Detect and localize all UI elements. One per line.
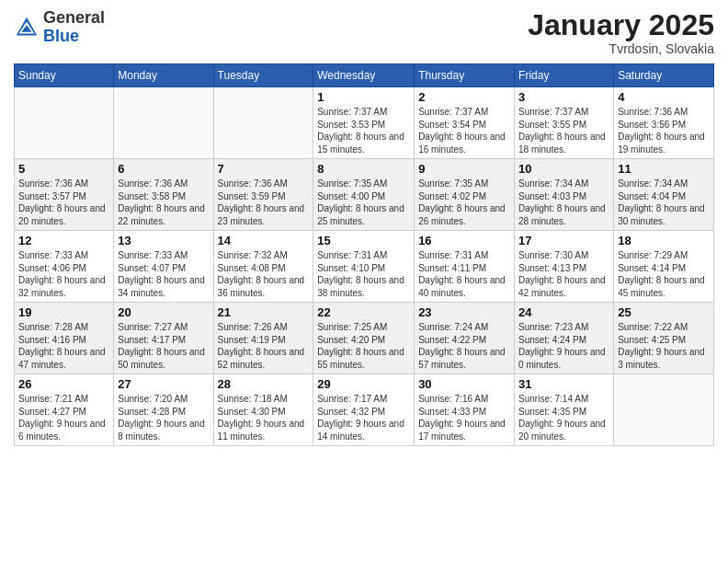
calendar-week-row: 12Sunrise: 7:33 AM Sunset: 4:06 PM Dayli… <box>15 231 714 303</box>
day-info: Sunrise: 7:32 AM Sunset: 4:08 PM Dayligh… <box>218 249 310 299</box>
table-row <box>114 87 213 159</box>
day-number: 27 <box>118 377 209 391</box>
day-number: 31 <box>518 377 609 391</box>
day-info: Sunrise: 7:23 AM Sunset: 4:24 PM Dayligh… <box>518 321 609 371</box>
logo: General Blue <box>14 9 105 46</box>
table-row: 7Sunrise: 7:36 AM Sunset: 3:59 PM Daylig… <box>213 159 313 231</box>
table-row: 1Sunrise: 7:37 AM Sunset: 3:53 PM Daylig… <box>313 87 415 159</box>
table-row: 2Sunrise: 7:37 AM Sunset: 3:54 PM Daylig… <box>415 87 515 159</box>
table-row <box>614 374 714 446</box>
logo-general: General <box>43 8 105 27</box>
table-row: 12Sunrise: 7:33 AM Sunset: 4:06 PM Dayli… <box>15 231 114 303</box>
table-row: 9Sunrise: 7:35 AM Sunset: 4:02 PM Daylig… <box>415 159 515 231</box>
day-info: Sunrise: 7:33 AM Sunset: 4:07 PM Dayligh… <box>118 249 209 299</box>
day-number: 15 <box>317 234 410 247</box>
day-info: Sunrise: 7:36 AM Sunset: 3:56 PM Dayligh… <box>618 106 710 155</box>
header-monday: Monday <box>114 64 213 87</box>
day-number: 9 <box>418 162 510 176</box>
table-row: 5Sunrise: 7:36 AM Sunset: 3:57 PM Daylig… <box>15 159 114 231</box>
day-number: 3 <box>518 90 609 104</box>
table-row: 23Sunrise: 7:24 AM Sunset: 4:22 PM Dayli… <box>415 303 515 374</box>
day-number: 20 <box>118 305 209 319</box>
table-row: 15Sunrise: 7:31 AM Sunset: 4:10 PM Dayli… <box>313 231 415 303</box>
table-row: 11Sunrise: 7:34 AM Sunset: 4:04 PM Dayli… <box>614 159 714 231</box>
table-row: 8Sunrise: 7:35 AM Sunset: 4:00 PM Daylig… <box>313 159 415 231</box>
table-row: 19Sunrise: 7:28 AM Sunset: 4:16 PM Dayli… <box>15 303 114 374</box>
day-number: 17 <box>518 234 609 247</box>
table-row: 31Sunrise: 7:14 AM Sunset: 4:35 PM Dayli… <box>515 374 614 446</box>
day-info: Sunrise: 7:31 AM Sunset: 4:11 PM Dayligh… <box>418 249 510 299</box>
header-sunday: Sunday <box>15 64 114 87</box>
logo-icon <box>14 15 40 40</box>
table-row <box>213 87 313 159</box>
day-info: Sunrise: 7:37 AM Sunset: 3:54 PM Dayligh… <box>418 106 510 155</box>
day-info: Sunrise: 7:22 AM Sunset: 4:25 PM Dayligh… <box>618 321 710 371</box>
day-number: 30 <box>418 377 510 391</box>
day-info: Sunrise: 7:36 AM Sunset: 3:59 PM Dayligh… <box>218 178 310 227</box>
weekday-header-row: Sunday Monday Tuesday Wednesday Thursday… <box>15 64 714 87</box>
day-info: Sunrise: 7:30 AM Sunset: 4:13 PM Dayligh… <box>518 249 609 299</box>
day-info: Sunrise: 7:17 AM Sunset: 4:32 PM Dayligh… <box>317 393 410 442</box>
calendar-week-row: 19Sunrise: 7:28 AM Sunset: 4:16 PM Dayli… <box>15 303 714 374</box>
day-info: Sunrise: 7:16 AM Sunset: 4:33 PM Dayligh… <box>418 393 510 442</box>
day-number: 29 <box>317 377 410 391</box>
day-info: Sunrise: 7:36 AM Sunset: 3:58 PM Dayligh… <box>118 178 209 227</box>
page: General Blue January 2025 Tvrdosin, Slov… <box>0 0 728 563</box>
table-row: 29Sunrise: 7:17 AM Sunset: 4:32 PM Dayli… <box>313 374 415 446</box>
day-info: Sunrise: 7:35 AM Sunset: 4:00 PM Dayligh… <box>317 178 410 227</box>
header-friday: Friday <box>515 64 614 87</box>
title-section: January 2025 Tvrdosin, Slovakia <box>528 9 714 56</box>
day-info: Sunrise: 7:27 AM Sunset: 4:17 PM Dayligh… <box>118 321 209 371</box>
day-number: 22 <box>317 305 410 319</box>
day-number: 18 <box>618 234 710 247</box>
header-wednesday: Wednesday <box>313 64 415 87</box>
day-number: 19 <box>18 305 109 319</box>
day-info: Sunrise: 7:34 AM Sunset: 4:03 PM Dayligh… <box>518 178 609 227</box>
day-info: Sunrise: 7:35 AM Sunset: 4:02 PM Dayligh… <box>418 178 510 227</box>
day-number: 23 <box>418 305 510 319</box>
table-row: 25Sunrise: 7:22 AM Sunset: 4:25 PM Dayli… <box>614 303 714 374</box>
day-info: Sunrise: 7:37 AM Sunset: 3:53 PM Dayligh… <box>317 106 410 155</box>
day-number: 5 <box>18 162 109 176</box>
table-row: 6Sunrise: 7:36 AM Sunset: 3:58 PM Daylig… <box>114 159 213 231</box>
table-row <box>15 87 114 159</box>
day-number: 14 <box>218 234 310 247</box>
day-number: 1 <box>317 90 410 104</box>
day-number: 6 <box>118 162 209 176</box>
day-info: Sunrise: 7:26 AM Sunset: 4:19 PM Dayligh… <box>218 321 310 371</box>
logo-blue: Blue <box>43 27 79 45</box>
day-info: Sunrise: 7:37 AM Sunset: 3:55 PM Dayligh… <box>518 106 609 155</box>
table-row: 18Sunrise: 7:29 AM Sunset: 4:14 PM Dayli… <box>614 231 714 303</box>
month-title: January 2025 <box>528 9 714 41</box>
day-number: 16 <box>418 234 510 247</box>
day-number: 11 <box>618 162 710 176</box>
table-row: 21Sunrise: 7:26 AM Sunset: 4:19 PM Dayli… <box>213 303 313 374</box>
day-number: 28 <box>218 377 310 391</box>
table-row: 22Sunrise: 7:25 AM Sunset: 4:20 PM Dayli… <box>313 303 415 374</box>
calendar-week-row: 26Sunrise: 7:21 AM Sunset: 4:27 PM Dayli… <box>15 374 714 446</box>
day-info: Sunrise: 7:20 AM Sunset: 4:28 PM Dayligh… <box>118 393 209 442</box>
day-number: 10 <box>518 162 609 176</box>
day-number: 25 <box>618 305 710 319</box>
calendar: Sunday Monday Tuesday Wednesday Thursday… <box>14 63 714 446</box>
table-row: 28Sunrise: 7:18 AM Sunset: 4:30 PM Dayli… <box>213 374 313 446</box>
day-number: 4 <box>618 90 710 104</box>
table-row: 26Sunrise: 7:21 AM Sunset: 4:27 PM Dayli… <box>15 374 114 446</box>
table-row: 24Sunrise: 7:23 AM Sunset: 4:24 PM Dayli… <box>515 303 614 374</box>
day-info: Sunrise: 7:18 AM Sunset: 4:30 PM Dayligh… <box>218 393 310 442</box>
table-row: 30Sunrise: 7:16 AM Sunset: 4:33 PM Dayli… <box>415 374 515 446</box>
table-row: 13Sunrise: 7:33 AM Sunset: 4:07 PM Dayli… <box>114 231 213 303</box>
day-info: Sunrise: 7:25 AM Sunset: 4:20 PM Dayligh… <box>317 321 410 371</box>
header-thursday: Thursday <box>415 64 515 87</box>
day-number: 12 <box>18 234 109 247</box>
logo-text: General Blue <box>43 9 105 46</box>
day-info: Sunrise: 7:36 AM Sunset: 3:57 PM Dayligh… <box>18 178 109 227</box>
table-row: 16Sunrise: 7:31 AM Sunset: 4:11 PM Dayli… <box>415 231 515 303</box>
day-number: 13 <box>118 234 209 247</box>
header-tuesday: Tuesday <box>213 64 313 87</box>
table-row: 3Sunrise: 7:37 AM Sunset: 3:55 PM Daylig… <box>515 87 614 159</box>
table-row: 20Sunrise: 7:27 AM Sunset: 4:17 PM Dayli… <box>114 303 213 374</box>
day-info: Sunrise: 7:21 AM Sunset: 4:27 PM Dayligh… <box>18 393 109 442</box>
header: General Blue January 2025 Tvrdosin, Slov… <box>14 9 714 56</box>
day-info: Sunrise: 7:29 AM Sunset: 4:14 PM Dayligh… <box>618 249 710 299</box>
